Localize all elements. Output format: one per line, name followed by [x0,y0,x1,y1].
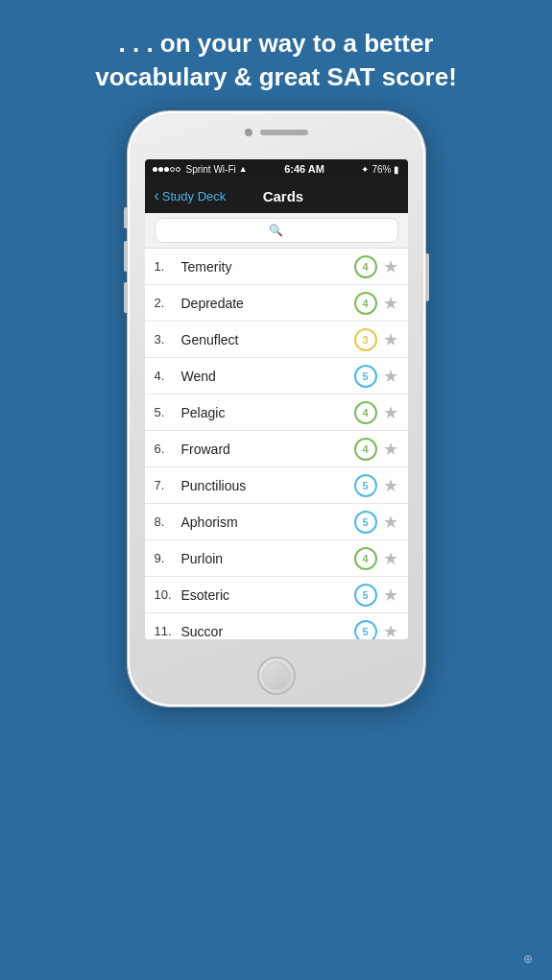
score-badge: 5 [354,584,377,607]
word-name: Esoteric [181,587,354,603]
word-number: 11. [155,624,181,638]
status-time: 6:46 AM [284,163,324,175]
score-badge: 5 [354,511,377,534]
score-badge: 3 [354,328,377,351]
favorite-star-icon[interactable]: ★ [383,293,398,314]
word-name: Purloin [181,551,354,566]
favorite-star-icon[interactable]: ★ [383,548,398,569]
battery-icon: ▮ [394,164,399,175]
word-row[interactable]: 3.Genuflect3★ [145,322,408,358]
dot2 [158,167,163,172]
search-icon: 🔍 [269,224,283,237]
logo: ⊕ [523,952,533,966]
home-button-inner [262,661,291,690]
nav-title: Cards [263,188,304,204]
word-number: 9. [155,551,181,565]
word-row[interactable]: 9.Purloin4★ [145,540,408,577]
favorite-star-icon[interactable]: ★ [383,585,398,606]
signal-dots [153,167,180,172]
word-name: Aphorism [181,514,354,530]
word-list: 1.Temerity4★2.Depredate4★3.Genuflect3★4.… [145,249,408,639]
back-label: Study Deck [162,189,226,203]
word-row[interactable]: 1.Temerity4★ [145,249,408,285]
favorite-star-icon[interactable]: ★ [383,621,398,640]
word-row[interactable]: 4.Wend5★ [145,358,408,394]
word-number: 5. [155,405,181,419]
word-row[interactable]: 8.Aphorism5★ [145,504,408,540]
word-name: Wend [181,369,354,384]
battery-label: 76% [372,164,391,175]
home-button[interactable] [257,657,296,695]
phone-top-details [245,129,308,136]
nav-bar: ‹ Study Deck Cards [145,179,408,213]
favorite-star-icon[interactable]: ★ [383,402,398,423]
header-line2: vocabulary & great SAT score! [95,60,457,94]
word-number: 8. [155,514,181,529]
favorite-star-icon[interactable]: ★ [383,512,398,533]
word-number: 4. [155,369,181,383]
mute-button [124,207,128,228]
favorite-star-icon[interactable]: ★ [383,439,398,460]
camera-icon [245,129,252,136]
favorite-star-icon[interactable]: ★ [383,256,398,277]
phone-screen: Sprint Wi-Fi ▲ 6:46 AM ✦ 76% ▮ ‹ Study D… [145,159,408,639]
favorite-star-icon[interactable]: ★ [383,366,398,387]
phone-mockup: Sprint Wi-Fi ▲ 6:46 AM ✦ 76% ▮ ‹ Study D… [128,111,425,706]
dot1 [153,167,157,172]
volume-up-button [124,241,128,272]
word-row[interactable]: 5.Pelagic4★ [145,394,408,431]
search-bar-container: 🔍 [145,213,408,249]
phone-shell: Sprint Wi-Fi ▲ 6:46 AM ✦ 76% ▮ ‹ Study D… [128,111,425,706]
score-badge: 4 [354,547,377,570]
carrier-label: Sprint Wi-Fi [186,164,236,175]
word-row[interactable]: 2.Depredate4★ [145,285,408,322]
word-name: Froward [181,442,354,457]
word-number: 3. [155,332,181,347]
wifi-icon: ▲ [239,164,248,174]
status-right: ✦ 76% ▮ [361,164,399,175]
word-row[interactable]: 6.Froward4★ [145,431,408,467]
status-left: Sprint Wi-Fi ▲ [153,164,248,175]
header-line1: . . . on your way to a better [95,27,457,60]
power-button [425,253,429,301]
word-number: 2. [155,296,181,310]
bluetooth-icon: ✦ [361,164,369,175]
word-number: 1. [155,259,181,274]
favorite-star-icon[interactable]: ★ [383,475,398,496]
word-row[interactable]: 7.Punctilious5★ [145,467,408,504]
dot3 [164,167,169,172]
score-badge: 5 [354,474,377,497]
score-badge: 4 [354,255,377,278]
word-number: 6. [155,442,181,456]
volume-down-button [124,282,128,313]
word-row[interactable]: 10.Esoteric5★ [145,577,408,613]
score-badge: 4 [354,292,377,315]
word-name: Punctilious [181,478,354,493]
word-number: 7. [155,478,181,492]
status-bar: Sprint Wi-Fi ▲ 6:46 AM ✦ 76% ▮ [145,159,408,179]
dot4 [170,167,175,172]
word-number: 10. [155,587,181,602]
back-arrow-icon: ‹ [155,188,159,203]
word-row[interactable]: 11.Succor5★ [145,613,408,639]
word-name: Pelagic [181,405,354,420]
score-badge: 5 [354,365,377,388]
dot5 [176,167,180,172]
score-badge: 4 [354,438,377,461]
word-name: Depredate [181,296,354,311]
search-input[interactable]: 🔍 [155,218,398,243]
word-name: Temerity [181,259,354,275]
score-badge: 4 [354,401,377,424]
favorite-star-icon[interactable]: ★ [383,329,398,350]
word-name: Genuflect [181,332,354,347]
score-badge: 5 [354,620,377,640]
word-name: Succor [181,624,354,639]
header-text-container: . . . on your way to a better vocabulary… [66,27,486,94]
speaker-grille [260,130,308,135]
back-button[interactable]: ‹ Study Deck [155,188,227,203]
